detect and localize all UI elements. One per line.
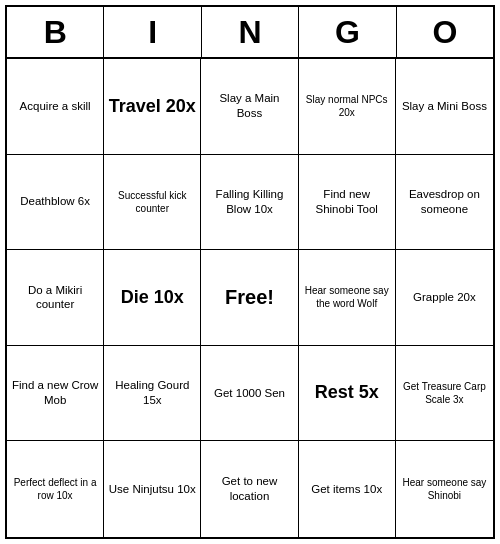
bingo-cell-5: Deathblow 6x	[7, 155, 104, 251]
bingo-cell-7: Falling Killing Blow 10x	[201, 155, 298, 251]
bingo-cell-15: Find a new Crow Mob	[7, 346, 104, 442]
bingo-letter-o: O	[397, 7, 493, 57]
bingo-cell-4: Slay a Mini Boss	[396, 59, 493, 155]
bingo-cell-1: Travel 20x	[104, 59, 201, 155]
bingo-letter-n: N	[202, 7, 299, 57]
bingo-cell-9: Eavesdrop on someone	[396, 155, 493, 251]
bingo-card: BINGO Acquire a skillTravel 20xSlay a Ma…	[5, 5, 495, 539]
bingo-cell-3: Slay normal NPCs 20x	[299, 59, 396, 155]
bingo-cell-22: Get to new location	[201, 441, 298, 537]
bingo-grid: Acquire a skillTravel 20xSlay a Main Bos…	[7, 59, 493, 537]
bingo-letter-g: G	[299, 7, 396, 57]
bingo-cell-12: Free!	[201, 250, 298, 346]
bingo-cell-13: Hear someone say the word Wolf	[299, 250, 396, 346]
bingo-cell-11: Die 10x	[104, 250, 201, 346]
bingo-cell-10: Do a Mikiri counter	[7, 250, 104, 346]
bingo-cell-24: Hear someone say Shinobi	[396, 441, 493, 537]
bingo-cell-6: Successful kick counter	[104, 155, 201, 251]
bingo-cell-17: Get 1000 Sen	[201, 346, 298, 442]
bingo-cell-21: Use Ninjutsu 10x	[104, 441, 201, 537]
bingo-cell-8: Find new Shinobi Tool	[299, 155, 396, 251]
bingo-cell-18: Rest 5x	[299, 346, 396, 442]
bingo-cell-23: Get items 10x	[299, 441, 396, 537]
bingo-cell-19: Get Treasure Carp Scale 3x	[396, 346, 493, 442]
bingo-letter-i: I	[104, 7, 201, 57]
bingo-header: BINGO	[7, 7, 493, 59]
bingo-cell-0: Acquire a skill	[7, 59, 104, 155]
bingo-letter-b: B	[7, 7, 104, 57]
bingo-cell-20: Perfect deflect in a row 10x	[7, 441, 104, 537]
bingo-cell-14: Grapple 20x	[396, 250, 493, 346]
bingo-cell-2: Slay a Main Boss	[201, 59, 298, 155]
bingo-cell-16: Healing Gourd 15x	[104, 346, 201, 442]
